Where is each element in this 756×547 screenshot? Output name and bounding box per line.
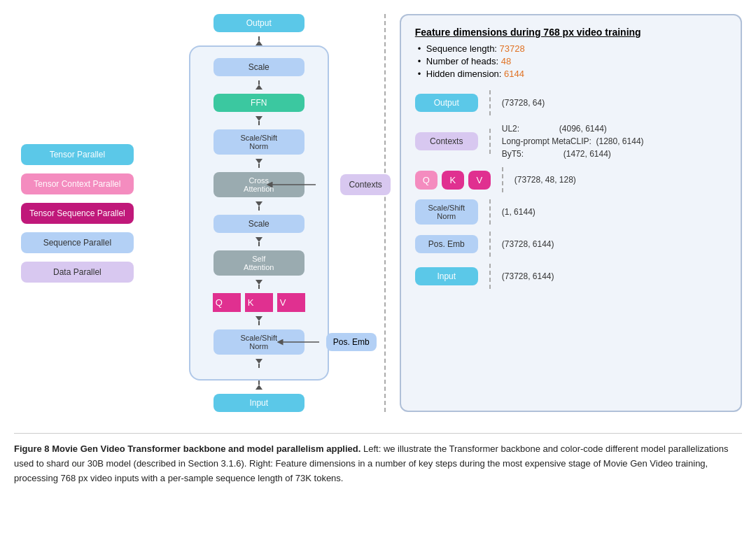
q-node: Q — [213, 293, 241, 312]
right-qkv-value: (73728, 48, 128) — [514, 175, 727, 185]
legend-tensor-context-parallel: Tensor Context Parallel — [21, 173, 134, 194]
pos-emb-arrow — [279, 335, 321, 349]
k-node: K — [245, 293, 273, 312]
scale2-label: Scale — [248, 219, 270, 229]
legend-tensor-sequence-label: Tensor Sequence Parallel — [29, 208, 125, 218]
right-contexts-value: UL2: (4096, 6144) Long-prompt MetaCLIP: … — [502, 122, 727, 160]
qkv-row: Q K V — [213, 293, 305, 312]
legend-tensor-parallel: Tensor Parallel — [21, 144, 134, 165]
right-qkv-nodes: Q K V — [415, 171, 491, 190]
q-label: Q — [216, 297, 223, 308]
bullet-hidden-text: Hidden dimension: — [426, 69, 504, 79]
c2 — [255, 116, 262, 125]
input-label: Input — [249, 398, 268, 408]
pos-emb-label: Pos. Emb — [326, 333, 377, 351]
self-attention-node: SelfAttention — [214, 250, 304, 276]
bullet-heads-value: 48 — [501, 56, 511, 66]
v-node: V — [277, 293, 305, 312]
scale1-label: Scale — [248, 62, 270, 72]
ffn-node: FFN — [214, 94, 304, 112]
c7 — [255, 316, 262, 325]
legend: Tensor Parallel Tensor Context Parallel … — [14, 14, 141, 412]
c6 — [255, 280, 262, 289]
legend-tensor-sequence-parallel: Tensor Sequence Parallel — [21, 203, 134, 224]
diagram-area: Tensor Parallel Tensor Context Parallel … — [14, 14, 742, 412]
legend-tensor-context-label: Tensor Context Parallel — [34, 179, 120, 189]
caption-bold: Figure 8 Movie Gen Video Transformer bac… — [14, 443, 360, 454]
main-container: Tensor Parallel Tensor Context Parallel … — [14, 14, 742, 485]
contexts-arrow — [268, 178, 317, 192]
legend-sequence-label: Sequence Parallel — [43, 238, 111, 248]
right-row-output: Output (73728, 64) — [415, 90, 727, 115]
right-q-node: Q — [415, 171, 438, 190]
bullet-hidden-dim: Hidden dimension: 6144 — [418, 69, 727, 79]
c5 — [255, 237, 262, 246]
bullet-num-heads: Number of heads: 48 — [418, 56, 727, 66]
right-output-value: (73728, 64) — [502, 98, 727, 108]
bullet-seq-text: Sequence length: — [426, 43, 500, 54]
c1 — [255, 80, 262, 90]
contexts-label: Contexts — [340, 174, 390, 195]
right-row-qkv: Q K V (73728, 48, 128) — [415, 167, 727, 192]
output-label: Output — [246, 18, 272, 28]
connector-out — [255, 36, 262, 45]
caption: Figure 8 Movie Gen Video Transformer bac… — [14, 433, 742, 485]
right-row-input: Input (73728, 6144) — [415, 264, 727, 289]
contexts-text: Contexts — [349, 180, 382, 190]
legend-tensor-parallel-label: Tensor Parallel — [50, 150, 105, 159]
right-panel: Feature dimensions during 768 px video t… — [400, 14, 742, 412]
right-panel-title: Feature dimensions during 768 px video t… — [415, 27, 727, 38]
right-row-contexts: Contexts UL2: (4096, 6144) Long-prompt M… — [415, 122, 727, 160]
c3 — [255, 159, 262, 168]
c8 — [255, 359, 262, 368]
bullet-hidden-value: 6144 — [504, 69, 524, 79]
scale-shift-norm2-row: Scale/ShiftNorm Pos. Emb — [204, 329, 314, 355]
scale1-node: Scale — [214, 58, 304, 76]
scale-shift-norm1-node: Scale/ShiftNorm — [214, 129, 304, 155]
v-label: V — [280, 297, 286, 308]
right-ssn-value: (1, 6144) — [502, 207, 727, 217]
right-panel-title-text: Feature dimensions during 768 px video t… — [415, 27, 641, 38]
transformer-box: Scale FFN Scale/ShiftNorm CrossAttention — [189, 45, 329, 381]
cross-attention-row: CrossAttention Contexts — [204, 172, 314, 197]
right-input-node: Input — [415, 267, 478, 285]
right-table: Output (73728, 64) Contexts UL2: (4096, … — [415, 90, 727, 289]
ffn-label: FFN — [251, 98, 267, 108]
right-panel-bullets: Sequence length: 73728 Number of heads: … — [415, 43, 727, 79]
legend-data-label: Data Parallel — [53, 267, 102, 277]
pos-emb-text: Pos. Emb — [333, 337, 370, 347]
bullet-heads-text: Number of heads: — [426, 56, 501, 66]
legend-sequence-parallel: Sequence Parallel — [21, 232, 134, 253]
c4 — [255, 201, 262, 211]
right-posemb-value: (73728, 6144) — [502, 239, 727, 249]
right-ssn-node: Scale/ShiftNorm — [415, 199, 478, 225]
scale2-node: Scale — [214, 215, 304, 233]
dashed-divider — [384, 14, 386, 412]
right-posemb-node: Pos. Emb — [415, 235, 478, 253]
k-label: K — [248, 297, 254, 308]
output-node: Output — [214, 14, 304, 32]
c9 — [255, 381, 262, 390]
right-row-posemb: Pos. Emb (73728, 6144) — [415, 232, 727, 257]
right-row-ssn: Scale/ShiftNorm (1, 6144) — [415, 199, 727, 225]
legend-data-parallel: Data Parallel — [21, 262, 134, 283]
right-input-value: (73728, 6144) — [502, 271, 727, 281]
bullet-seq-length: Sequence length: 73728 — [418, 43, 727, 54]
center-diagram: Output Scale FFN Scale/ShiftNorm — [148, 14, 370, 412]
input-node: Input — [214, 394, 304, 412]
right-output-node: Output — [415, 94, 478, 112]
right-k-node: K — [442, 171, 464, 190]
right-v-node: V — [468, 171, 491, 190]
right-contexts-node: Contexts — [415, 132, 478, 150]
bullet-seq-value: 73728 — [500, 43, 525, 54]
